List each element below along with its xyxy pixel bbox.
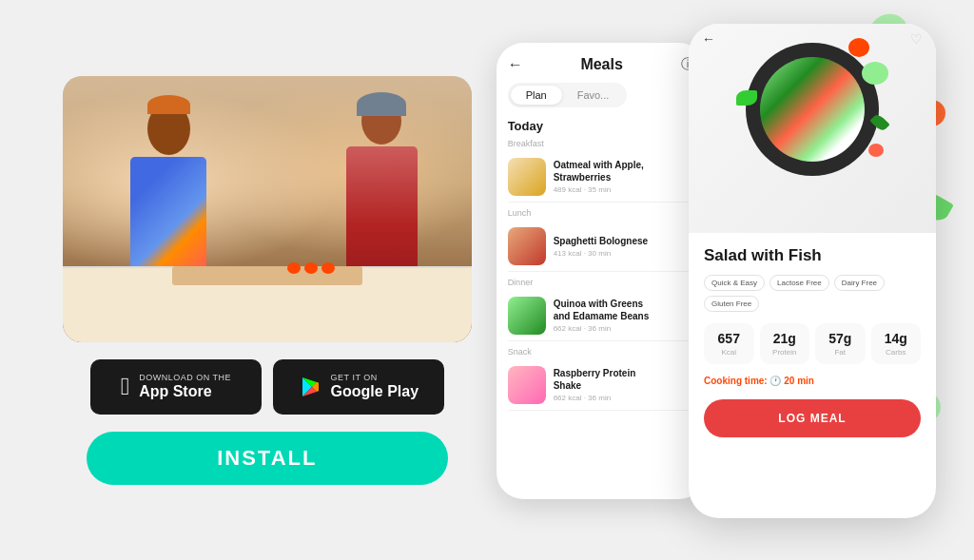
googleplay-button[interactable]: GET IT ON Google Play <box>273 359 444 415</box>
meal-info-spaghetti: Spaghetti Bolognese 413 kcal · 30 min <box>554 235 694 258</box>
googleplay-text: GET IT ON Google Play <box>331 373 419 400</box>
googleplay-icon <box>299 376 321 398</box>
googleplay-top-label: GET IT ON <box>331 373 419 382</box>
tab-favorites[interactable]: Favo... <box>562 86 625 105</box>
nutr-protein-unit: Protein <box>764 348 807 357</box>
salad-bowl <box>746 43 879 176</box>
meal-info-shake: Raspberry ProteinShake 662 kcal · 36 min <box>554 367 694 402</box>
tomato <box>321 262 335 274</box>
tag-lactose-free: Lactose Free <box>769 275 829 291</box>
nutr-kcal-val: 657 <box>708 331 750 346</box>
googleplay-name: Google Play <box>331 382 419 400</box>
appstore-text: Download on the App Store <box>139 373 231 400</box>
meals-phone: ← Meals ⓘ Plan Favo... Today Breakfast O… <box>497 43 706 499</box>
nutr-protein-val: 21g <box>764 331 807 346</box>
person2-head <box>361 97 401 145</box>
meal-thumbnail-quinoa <box>508 297 546 335</box>
meal-name-spaghetti: Spaghetti Bolognese <box>554 235 694 247</box>
phones-panel: ← Meals ⓘ Plan Favo... Today Breakfast O… <box>497 24 936 537</box>
meals-tabs: Plan Favo... <box>508 83 628 107</box>
tomato <box>304 262 318 274</box>
nutr-protein: 21g Protein <box>760 323 810 364</box>
log-meal-label: LOG MEAL <box>778 412 846 425</box>
meals-title: Meals <box>580 56 622 73</box>
person1-head <box>147 103 190 155</box>
meal-item-quinoa[interactable]: Quinoa with Greensand Edamame Beans 662 … <box>508 291 694 341</box>
apple-icon:  <box>121 372 130 401</box>
meal-name-oatmeal: Oatmeal with Apple,Strawberries <box>554 159 694 183</box>
appstore-top-label: Download on the <box>139 373 231 382</box>
meals-back-button[interactable]: ← <box>508 56 523 73</box>
meals-header: ← Meals ⓘ <box>508 56 694 73</box>
salad-back-button[interactable]: ← <box>702 31 715 47</box>
nutrition-row: 657 Kcal 21g Protein 57g Fat 14g Carbs <box>704 323 921 364</box>
meal-name-quinoa: Quinoa with Greensand Edamame Beans <box>554 298 694 322</box>
salad-tags: Quick & Easy Lactose Free Dairy Free Glu… <box>704 275 921 312</box>
tomatoes <box>287 262 335 274</box>
nutr-fat: 57g Fat <box>815 323 866 364</box>
salad-title: Salad with Fish <box>704 246 921 265</box>
nutr-kcal: 657 Kcal <box>704 323 754 364</box>
meal-item-shake[interactable]: Raspberry ProteinShake 662 kcal · 36 min <box>508 360 694 411</box>
appstore-name: App Store <box>139 382 231 400</box>
meal-meta-quinoa: 662 kcal · 36 min <box>554 324 694 333</box>
meal-category-dinner: Dinner <box>508 278 694 287</box>
meal-item-oatmeal[interactable]: Oatmeal with Apple,Strawberries 489 kcal… <box>508 152 694 203</box>
meal-meta-oatmeal: 489 kcal · 35 min <box>554 185 694 194</box>
cooking-time-row: Cooking time: 🕐 20 min <box>704 376 921 386</box>
clock-icon: 🕐 <box>769 376 784 386</box>
ingredient-tomato-1 <box>848 38 869 57</box>
tag-dairy-free: Dairy Free <box>834 275 885 291</box>
meal-thumbnail-oatmeal <box>508 158 546 196</box>
hero-photo <box>63 76 472 342</box>
meal-meta-shake: 662 kcal · 36 min <box>554 394 694 402</box>
log-meal-button[interactable]: LOG MEAL <box>704 399 921 437</box>
tag-gluten-free: Gluten Free <box>704 296 759 312</box>
kitchen-image <box>63 76 472 342</box>
main-container:  Download on the App Store <box>0 0 974 560</box>
ingredient-tomato-2 <box>868 144 884 157</box>
tag-quick-easy: Quick & Easy <box>704 275 765 291</box>
salad-image-area: ← ♡ <box>689 24 936 233</box>
salad-favorite-button[interactable]: ♡ <box>910 31 923 47</box>
meal-thumbnail-shake <box>508 366 546 404</box>
tomato <box>287 262 301 274</box>
meal-info-oatmeal: Oatmeal with Apple,Strawberries 489 kcal… <box>554 159 694 194</box>
appstore-button[interactable]:  Download on the App Store <box>90 359 262 415</box>
nutr-carbs-val: 14g <box>875 331 918 346</box>
salad-visual <box>736 33 888 185</box>
meal-item-spaghetti[interactable]: Spaghetti Bolognese 413 kcal · 30 min <box>508 222 694 272</box>
salad-detail-phone: ← ♡ Salad with Fish Quick & Easy <box>689 24 936 518</box>
meal-name-shake: Raspberry ProteinShake <box>554 367 694 392</box>
meal-category-snack: Snack <box>508 347 694 357</box>
meals-screen: ← Meals ⓘ Plan Favo... Today Breakfast O… <box>497 43 706 499</box>
ingredient-lime <box>862 62 888 85</box>
salad-body: Salad with Fish Quick & Easy Lactose Fre… <box>689 233 936 451</box>
cooking-time-value: 20 min <box>784 376 814 386</box>
cooking-time-label: Cooking time: <box>704 376 768 386</box>
store-buttons-row:  Download on the App Store <box>90 359 444 415</box>
tab-plan[interactable]: Plan <box>511 86 562 105</box>
nutr-carbs-unit: Carbs <box>875 348 918 357</box>
salad-contents <box>760 57 865 162</box>
meal-category-breakfast: Breakfast <box>508 139 694 148</box>
nutr-fat-val: 57g <box>819 331 862 346</box>
left-panel:  Download on the App Store <box>38 76 497 485</box>
nutr-kcal-unit: Kcal <box>708 348 750 357</box>
meal-info-quinoa: Quinoa with Greensand Edamame Beans 662 … <box>554 298 694 333</box>
meal-category-lunch: Lunch <box>508 208 694 218</box>
install-label: INSTALL <box>217 446 317 471</box>
ingredient-leaf-1 <box>736 90 757 106</box>
meal-thumbnail-spaghetti <box>508 227 546 265</box>
meal-meta-spaghetti: 413 kcal · 30 min <box>554 249 694 258</box>
nutr-fat-unit: Fat <box>819 348 862 357</box>
nutr-carbs: 14g Carbs <box>871 323 922 364</box>
install-button[interactable]: INSTALL <box>87 432 448 485</box>
meals-section-today: Today <box>508 119 694 133</box>
